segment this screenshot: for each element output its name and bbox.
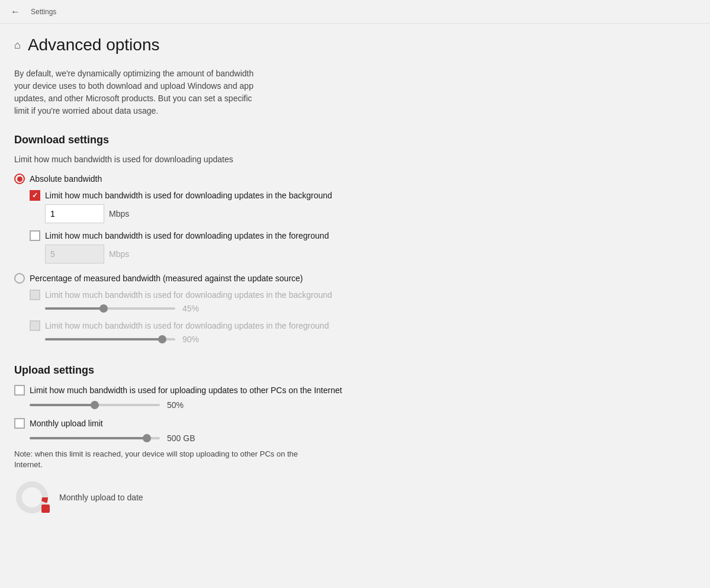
pct-background-value: 45%	[182, 304, 199, 313]
upload-monthly-slider-row: 500 GB	[30, 433, 353, 443]
page-description: By default, we're dynamically optimizing…	[14, 68, 269, 117]
abs-foreground-checkbox[interactable]: Limit how much bandwidth is used for dow…	[30, 230, 353, 241]
pct-background-slider[interactable]	[45, 307, 175, 310]
pct-background-checkbox[interactable]: Limit how much bandwidth is used for dow…	[30, 290, 353, 300]
pct-foreground-checkbox[interactable]: Limit how much bandwidth is used for dow…	[30, 320, 353, 331]
pct-foreground-filled	[45, 338, 162, 340]
pct-background-slider-row: 45%	[45, 304, 353, 313]
upload-internet-filled	[30, 404, 95, 406]
pct-foreground-group: Limit how much bandwidth is used for dow…	[30, 320, 353, 344]
pct-background-label: Limit how much bandwidth is used for dow…	[45, 290, 332, 300]
upload-internet-label: Limit how much bandwidth is used for upl…	[30, 385, 342, 395]
abs-background-label: Limit how much bandwidth is used for dow…	[45, 191, 332, 200]
percentage-sub-options: Limit how much bandwidth is used for dow…	[30, 290, 353, 344]
upload-internet-checkbox[interactable]: Limit how much bandwidth is used for upl…	[14, 385, 353, 396]
pct-background-filled	[45, 307, 104, 310]
upload-monthly-checkbox-box	[14, 418, 25, 429]
upload-monthly-checkbox[interactable]: Monthly upload limit	[14, 418, 353, 429]
radio-absolute[interactable]: Absolute bandwidth	[14, 173, 353, 184]
pct-foreground-label: Limit how much bandwidth is used for dow…	[45, 321, 329, 330]
download-section-title: Download settings	[14, 134, 353, 146]
upload-monthly-group: Monthly upload limit 500 GB	[14, 418, 353, 443]
monthly-upload-row: Monthly upload to date	[14, 480, 353, 515]
home-icon: ⌂	[14, 39, 21, 52]
abs-background-input[interactable]	[45, 204, 104, 223]
pct-background-checkbox-box	[30, 290, 40, 300]
abs-foreground-unit: Mbps	[109, 249, 129, 259]
upload-monthly-label: Monthly upload limit	[30, 419, 103, 428]
radio-percentage[interactable]: Percentage of measured bandwidth (measur…	[14, 273, 353, 284]
upload-note: Note: when this limit is reached, your d…	[14, 449, 310, 470]
monthly-upload-label: Monthly upload to date	[59, 493, 143, 502]
pct-foreground-thumb[interactable]	[158, 335, 166, 343]
pct-background-thumb[interactable]	[99, 304, 108, 313]
page-header: ⌂ Advanced options	[14, 36, 353, 54]
page-title: Advanced options	[28, 36, 160, 54]
pct-foreground-slider[interactable]	[45, 338, 175, 340]
upload-internet-thumb[interactable]	[91, 401, 99, 409]
abs-background-checkbox-box	[30, 190, 40, 201]
abs-background-unit: Mbps	[109, 209, 129, 219]
radio-absolute-indicator	[14, 173, 25, 184]
upload-monthly-filled	[30, 437, 147, 439]
monthly-donut-chart	[14, 480, 50, 515]
abs-background-checkbox[interactable]: Limit how much bandwidth is used for dow…	[30, 190, 353, 201]
upload-monthly-value: 500 GB	[167, 433, 195, 443]
abs-foreground-checkbox-box	[30, 230, 40, 241]
absolute-sub-options: Limit how much bandwidth is used for dow…	[30, 190, 353, 264]
abs-foreground-label: Limit how much bandwidth is used for dow…	[45, 231, 329, 240]
pct-foreground-slider-row: 90%	[45, 335, 353, 344]
upload-monthly-thumb[interactable]	[143, 434, 151, 442]
radio-percentage-label: Percentage of measured bandwidth (measur…	[30, 274, 303, 283]
download-subtitle: Limit how much bandwidth is used for dow…	[14, 155, 353, 164]
abs-background-group: Limit how much bandwidth is used for dow…	[30, 190, 353, 223]
abs-background-input-row: Mbps	[45, 204, 353, 223]
upload-monthly-slider[interactable]	[30, 437, 160, 439]
upload-internet-checkbox-box	[14, 385, 25, 396]
upload-internet-slider-row: 50%	[30, 400, 353, 410]
back-button[interactable]: ←	[7, 4, 24, 20]
abs-foreground-input-row: Mbps	[45, 245, 353, 264]
radio-absolute-label: Absolute bandwidth	[30, 174, 102, 184]
pct-background-group: Limit how much bandwidth is used for dow…	[30, 290, 353, 313]
upload-section: Upload settings Limit how much bandwidth…	[14, 364, 353, 515]
abs-foreground-input[interactable]	[45, 245, 104, 264]
abs-foreground-group: Limit how much bandwidth is used for dow…	[30, 230, 353, 264]
upload-internet-slider[interactable]	[30, 404, 160, 406]
upload-internet-value: 50%	[167, 400, 184, 410]
back-icon: ←	[11, 7, 20, 17]
upload-section-title: Upload settings	[14, 364, 353, 377]
pct-foreground-checkbox-box	[30, 320, 40, 331]
upload-internet-group: Limit how much bandwidth is used for upl…	[14, 385, 353, 410]
radio-percentage-indicator	[14, 273, 25, 284]
titlebar-title: Settings	[31, 8, 56, 16]
pct-foreground-value: 90%	[182, 335, 199, 344]
